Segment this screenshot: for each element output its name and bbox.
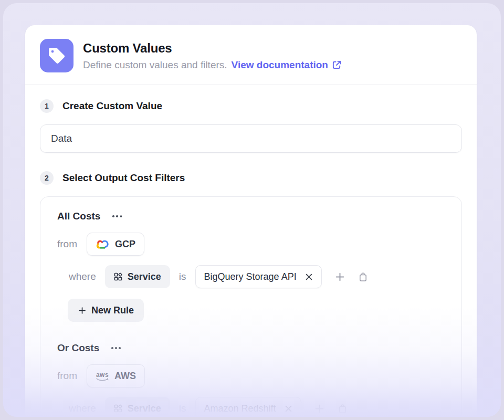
custom-value-name-input[interactable] — [40, 124, 462, 153]
all-costs-title: All Costs — [57, 211, 100, 222]
all-costs-rule-row: where Service is — [69, 265, 447, 288]
value-chip-bigquery[interactable]: BigQuery Storage API — [195, 265, 322, 288]
plus-icon — [78, 306, 87, 315]
provider-chip-gcp[interactable]: GCP — [87, 233, 144, 256]
or-costs-title: Or Costs — [57, 342, 99, 354]
category-grid-icon — [114, 404, 122, 413]
from-label: from — [57, 370, 77, 382]
dimension-label: Service — [128, 403, 161, 414]
custom-values-panel: Custom Values Define custom values and f… — [25, 25, 477, 417]
value-label: BigQuery Storage API — [204, 271, 297, 282]
new-rule-label: New Rule — [91, 305, 134, 316]
provider-label: AWS — [114, 371, 136, 382]
page-title: Custom Values — [83, 41, 342, 56]
panel-body: 1 Create Custom Value 2 Select Output Co… — [25, 85, 477, 417]
where-label: where — [69, 403, 96, 414]
subtitle-text: Define custom values and filters. — [83, 59, 227, 71]
close-icon[interactable] — [303, 271, 314, 282]
provider-chip-aws[interactable]: aws AWS — [87, 364, 145, 387]
value-chip-redshift[interactable]: Amazon Redshift — [195, 397, 301, 417]
view-documentation-link[interactable]: View documentation — [232, 59, 342, 71]
or-costs-rule-row: where Service — [69, 397, 447, 417]
gcp-cloud-icon — [96, 239, 110, 249]
or-costs-provider-row: from aws AWS — [57, 364, 447, 387]
value-label: Amazon Redshift — [204, 403, 276, 414]
dimension-chip-service[interactable]: Service — [105, 397, 170, 417]
step-1-title: Create Custom Value — [62, 100, 162, 112]
or-costs-group: Or Costs from aws — [57, 342, 447, 417]
or-costs-group-header: Or Costs — [57, 342, 447, 354]
page-subtitle: Define custom values and filters. View d… — [83, 59, 342, 71]
panel-header: Custom Values Define custom values and f… — [25, 25, 477, 85]
aws-logo-icon: aws — [96, 372, 109, 382]
external-link-icon — [332, 60, 342, 70]
step-2-header: 2 Select Output Cost Filters — [40, 171, 462, 185]
ellipsis-icon[interactable] — [111, 213, 123, 219]
step-1-badge: 1 — [40, 99, 54, 113]
where-label: where — [69, 271, 96, 282]
plus-icon[interactable] — [333, 270, 347, 284]
new-rule-button[interactable]: New Rule — [68, 299, 144, 322]
step-2-badge: 2 — [40, 171, 54, 185]
all-costs-group-header: All Costs — [57, 211, 447, 222]
trash-icon[interactable] — [335, 402, 350, 416]
trash-icon[interactable] — [356, 270, 370, 284]
category-grid-icon — [114, 272, 122, 281]
panel-titles: Custom Values Define custom values and f… — [83, 41, 342, 71]
doc-link-label: View documentation — [232, 59, 328, 71]
provider-label: GCP — [115, 239, 135, 250]
ellipsis-icon[interactable] — [110, 345, 122, 351]
step-2-title: Select Output Cost Filters — [62, 172, 185, 184]
dimension-chip-service[interactable]: Service — [105, 265, 170, 288]
step-1-header: 1 Create Custom Value — [40, 99, 462, 113]
page-background: Custom Values Define custom values and f… — [3, 3, 501, 417]
plus-icon[interactable] — [312, 402, 327, 416]
from-label: from — [57, 238, 77, 250]
is-label: is — [179, 403, 186, 414]
all-costs-provider-row: from — [57, 233, 447, 256]
tag-icon — [40, 39, 74, 72]
close-icon[interactable] — [283, 403, 294, 414]
is-label: is — [179, 271, 186, 282]
dimension-label: Service — [128, 271, 161, 282]
cost-filters-card: All Costs from — [40, 196, 462, 417]
